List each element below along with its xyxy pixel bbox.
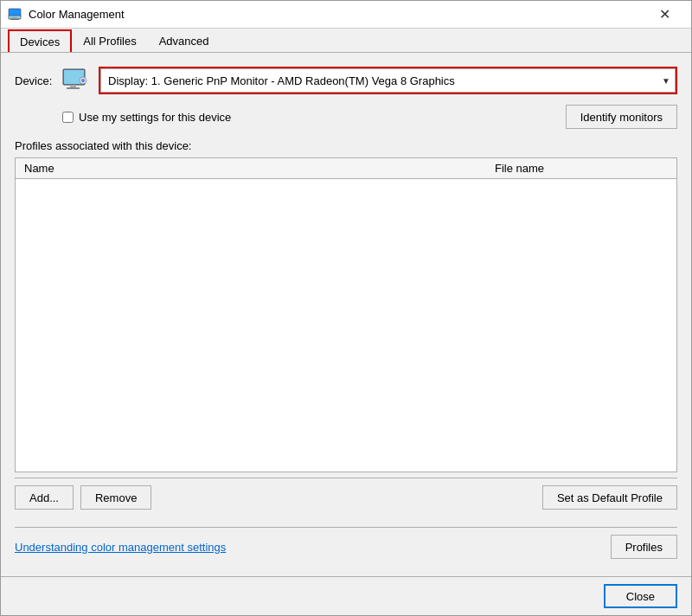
color-management-window: Color Management ✕ Devices All Profiles …: [0, 0, 692, 616]
svg-point-9: [81, 79, 85, 82]
profiles-section: Profiles associated with this device: Na…: [15, 139, 677, 517]
device-dropdown[interactable]: Display: 1. Generic PnP Monitor - AMD Ra…: [100, 68, 676, 93]
bottom-bar: Close: [1, 576, 691, 615]
device-dropdown-wrapper: Display: 1. Generic PnP Monitor - AMD Ra…: [99, 67, 677, 94]
table-body: [16, 179, 676, 472]
profiles-button[interactable]: Profiles: [611, 535, 677, 559]
tab-all-profiles[interactable]: All Profiles: [72, 29, 147, 52]
table-header-name: Name: [16, 158, 486, 178]
color-mgmt-icon: [8, 8, 22, 22]
add-button[interactable]: Add...: [15, 485, 74, 510]
device-row: Device: Display: 1. Generic PnP Monitor …: [15, 67, 677, 94]
help-link[interactable]: Understanding color management settings: [15, 541, 226, 554]
remove-button[interactable]: Remove: [80, 485, 151, 510]
profiles-section-label: Profiles associated with this device:: [15, 139, 677, 152]
close-button[interactable]: Close: [604, 584, 677, 608]
monitor-icon: [62, 68, 90, 93]
main-content: Device: Display: 1. Generic PnP Monitor …: [1, 53, 691, 576]
identify-monitors-button[interactable]: Identify monitors: [566, 105, 677, 129]
tab-advanced[interactable]: Advanced: [148, 29, 221, 52]
action-row: Add... Remove Set as Default Profile: [15, 478, 677, 517]
close-window-button[interactable]: ✕: [644, 1, 684, 29]
footer-row: Understanding color management settings …: [15, 527, 677, 562]
device-label: Device:: [15, 74, 54, 87]
svg-rect-7: [67, 87, 80, 89]
checkbox-row: Use my settings for this device Identify…: [15, 105, 677, 129]
use-settings-checkbox[interactable]: [62, 112, 74, 123]
profiles-table: Name File name: [15, 157, 677, 472]
action-left-buttons: Add... Remove: [15, 485, 151, 510]
title-bar-left: Color Management: [8, 8, 125, 22]
table-header: Name File name: [16, 158, 676, 179]
use-settings-label[interactable]: Use my settings for this device: [62, 111, 231, 124]
title-bar: Color Management ✕: [1, 1, 691, 29]
tabs-bar: Devices All Profiles Advanced: [1, 29, 691, 53]
svg-rect-3: [10, 19, 19, 20]
table-header-filename: File name: [486, 158, 676, 178]
window-title: Color Management: [29, 8, 125, 21]
tab-devices[interactable]: Devices: [8, 29, 72, 52]
set-default-profile-button[interactable]: Set as Default Profile: [542, 485, 677, 510]
